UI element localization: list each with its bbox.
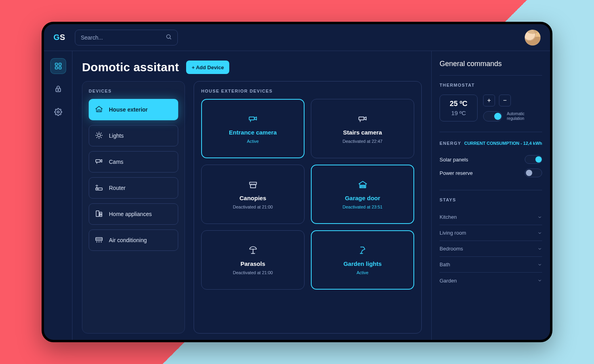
thermostat-minus-button[interactable]: − bbox=[499, 95, 511, 106]
stays-title: STAYS bbox=[440, 197, 542, 202]
search-input[interactable] bbox=[81, 34, 162, 41]
ac-icon bbox=[95, 235, 103, 245]
device-card-garden-lights[interactable]: Garden lights Active bbox=[311, 230, 414, 290]
svg-point-7 bbox=[57, 111, 59, 113]
garage-icon bbox=[358, 180, 368, 191]
canopy-icon bbox=[248, 180, 258, 191]
appliance-icon bbox=[95, 209, 103, 219]
right-title: General commands bbox=[440, 60, 542, 68]
device-category-air-conditioning[interactable]: Air conditioning bbox=[89, 229, 178, 251]
thermostat-plus-button[interactable]: + bbox=[483, 95, 495, 106]
chevron-down-icon bbox=[537, 231, 542, 235]
energy-toggle-power reserve[interactable] bbox=[525, 169, 542, 177]
device-card-state: Deactivated at 21:00 bbox=[233, 270, 273, 275]
device-card-garage-door[interactable]: Garage door Deactivated at 23:51 bbox=[311, 165, 414, 224]
app-frame: GS bbox=[42, 22, 552, 342]
svg-rect-4 bbox=[59, 67, 61, 69]
energy-title: ENERGY bbox=[440, 141, 461, 146]
svg-rect-18 bbox=[359, 117, 364, 120]
search-icon bbox=[166, 34, 172, 42]
device-card-name: Parasols bbox=[240, 260, 265, 267]
device-category-lights[interactable]: Lights bbox=[89, 125, 178, 146]
logo-letter-g: G bbox=[53, 33, 60, 42]
thermostat-temp-current: 25 ºC bbox=[447, 100, 470, 108]
router-icon bbox=[95, 183, 103, 193]
device-category-label: Home appliances bbox=[109, 211, 152, 217]
energy-label: Power reserve bbox=[440, 170, 473, 176]
device-card-state: Active bbox=[357, 270, 369, 275]
search-box[interactable] bbox=[75, 30, 178, 46]
page-title: Domotic assitant bbox=[82, 61, 179, 74]
iconbar bbox=[44, 51, 72, 340]
svg-point-15 bbox=[100, 214, 102, 215]
svg-rect-13 bbox=[96, 210, 99, 216]
device-category-cams[interactable]: Cams bbox=[89, 151, 178, 173]
auto-regulation-toggle[interactable] bbox=[483, 111, 502, 121]
stay-label: Kitchen bbox=[440, 214, 457, 220]
svg-point-6 bbox=[57, 89, 58, 90]
svg-rect-9 bbox=[96, 159, 100, 162]
auto-regulation-label: Automatic regulation bbox=[507, 112, 524, 121]
svg-rect-17 bbox=[249, 117, 254, 120]
avatar[interactable] bbox=[525, 30, 541, 46]
device-card-stairs-camera[interactable]: Stairs camera Deactivated at 22:47 bbox=[311, 99, 414, 158]
stay-kitchen[interactable]: Kitchen bbox=[440, 209, 542, 225]
nav-dashboard[interactable] bbox=[50, 58, 66, 74]
logo-letter-s: S bbox=[60, 33, 65, 42]
main-panel: Domotic assitant + Add Device DEVICES Ho… bbox=[72, 51, 431, 340]
stay-label: Bath bbox=[440, 262, 450, 267]
chevron-down-icon bbox=[537, 262, 542, 267]
add-device-button[interactable]: + Add Device bbox=[186, 61, 230, 74]
nav-settings[interactable] bbox=[50, 104, 66, 120]
stay-living-room[interactable]: Living room bbox=[440, 225, 542, 241]
stay-label: Living room bbox=[440, 230, 466, 236]
energy-toggle-solar panels[interactable] bbox=[525, 155, 542, 164]
device-card-name: Entrance camera bbox=[229, 129, 277, 136]
app-logo: GS bbox=[53, 33, 65, 42]
thermostat-temp-target: 19 ºC bbox=[447, 110, 470, 116]
right-panel: General commands THERMOSTAT 25 ºC 19 ºC … bbox=[431, 51, 550, 340]
svg-rect-2 bbox=[59, 63, 61, 66]
device-card-state: Deactivated at 22:47 bbox=[343, 139, 383, 144]
stay-label: Garden bbox=[440, 278, 457, 284]
device-card-parasols[interactable]: Parasols Deactivated at 21:00 bbox=[201, 230, 305, 290]
nav-security[interactable] bbox=[50, 81, 66, 97]
devices-title: DEVICES bbox=[89, 89, 178, 93]
device-card-state: Active bbox=[247, 139, 259, 144]
device-category-home-appliances[interactable]: Home appliances bbox=[89, 203, 178, 225]
device-card-name: Stairs camera bbox=[343, 129, 382, 136]
svg-rect-1 bbox=[55, 63, 57, 66]
svg-point-11 bbox=[97, 189, 97, 189]
energy-row-power-reserve: Power reserve bbox=[440, 166, 542, 180]
device-category-label: Air conditioning bbox=[109, 237, 147, 243]
stay-bedrooms[interactable]: Bedrooms bbox=[440, 241, 542, 257]
device-card-name: Canopies bbox=[240, 195, 267, 201]
stay-label: Bedrooms bbox=[440, 246, 463, 252]
device-card-entrance-camera[interactable]: Entrance camera Active bbox=[201, 99, 305, 158]
grid-title: HOUSE EXTERIOR DEVICES bbox=[201, 89, 414, 93]
stay-garden[interactable]: Garden bbox=[440, 273, 542, 288]
lamp-icon bbox=[358, 245, 368, 257]
svg-point-12 bbox=[98, 189, 99, 189]
device-card-canopies[interactable]: Canopies Deactivated at 21:00 bbox=[201, 165, 305, 224]
thermostat-title: THERMOSTAT bbox=[440, 83, 542, 87]
svg-rect-3 bbox=[55, 67, 57, 69]
cam-icon bbox=[95, 157, 103, 167]
cam-icon bbox=[358, 114, 368, 126]
chevron-down-icon bbox=[537, 246, 542, 251]
thermostat-display: 25 ºC 19 ºC bbox=[440, 95, 478, 121]
svg-point-8 bbox=[97, 134, 100, 136]
chevron-down-icon bbox=[537, 215, 542, 220]
parasol-icon bbox=[248, 245, 258, 257]
stay-bath[interactable]: Bath bbox=[440, 257, 542, 273]
light-icon bbox=[95, 131, 103, 141]
energy-label: Solar panels bbox=[440, 157, 468, 163]
device-category-label: Cams bbox=[109, 159, 124, 165]
device-category-label: Lights bbox=[109, 133, 124, 139]
device-category-label: House exterior bbox=[109, 106, 148, 113]
device-card-state: Deactivated at 21:00 bbox=[233, 205, 273, 209]
device-category-house-exterior[interactable]: House exterior bbox=[89, 99, 178, 120]
device-category-router[interactable]: Router bbox=[89, 177, 178, 199]
energy-consumption: CURRENT CONSUMPTION - 12,4 kWh bbox=[464, 141, 542, 146]
devices-panel: DEVICES House exterior Lights Cams Route… bbox=[82, 81, 185, 334]
